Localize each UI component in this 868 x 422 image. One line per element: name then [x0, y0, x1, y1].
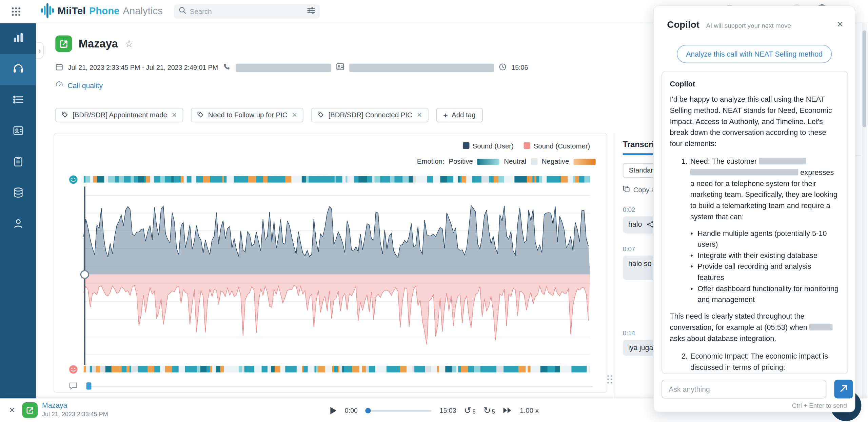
call-quality-link[interactable]: Call quality: [67, 81, 103, 89]
total-time: 15:03: [440, 406, 456, 414]
redacted-contact-name: [349, 63, 494, 72]
playback-speed-button[interactable]: 1.00 x: [520, 406, 539, 414]
outbound-call-icon: [55, 35, 72, 52]
gauge-icon: [55, 80, 63, 90]
seek-slider[interactable]: [366, 407, 432, 414]
message-paragraph: This need is clearly stated throughout t…: [670, 311, 840, 344]
sidebar-item-users[interactable]: [0, 209, 36, 240]
sidebar-item-reports[interactable]: [0, 147, 36, 178]
tag-icon: [197, 111, 204, 119]
tag-label: [BDR/SDR] Appointment made: [73, 111, 167, 119]
panel-resize-handle[interactable]: [607, 375, 613, 383]
plus-icon: +: [443, 111, 448, 120]
redacted-text: [809, 324, 833, 330]
copilot-close-icon[interactable]: ✕: [837, 19, 844, 29]
seek-track: [366, 410, 432, 411]
brand-suffix: Analytics: [123, 5, 163, 17]
message-sender: Copilot: [670, 79, 840, 90]
tags-row: [BDR/SDR] Appointment made ✕ Need to Fol…: [55, 108, 482, 122]
message-text: expresses a need for a telephone system …: [690, 168, 837, 221]
copilot-panel: Copilot AI will support your next move ✕…: [653, 5, 855, 412]
send-hint: Ctrl + Enter to send: [792, 402, 847, 409]
bullet-item: Provide call recording and analysis feat…: [690, 261, 840, 283]
clipboard-icon: [12, 156, 24, 170]
redacted-text: [690, 169, 798, 176]
star-icon[interactable]: ☆: [125, 38, 134, 50]
emotion-positive-label: Positive: [449, 158, 473, 165]
customer-swatch: [524, 142, 530, 149]
transcript-text: iya juga: [628, 344, 653, 352]
bullet-item: Offer dashboard functionality for monito…: [690, 283, 840, 305]
waveform-chart[interactable]: [84, 186, 590, 365]
fast-forward-button[interactable]: [503, 407, 512, 414]
customer-emotion-smiley-icon: [68, 365, 78, 376]
add-tag-label: Add tag: [452, 111, 475, 119]
message-list-item: 1. Need: The customer expresses a need f…: [670, 156, 840, 305]
comment-icon: [68, 381, 77, 393]
copy-icon: [623, 185, 630, 194]
rotate-ccw-icon: ↺: [464, 405, 471, 416]
player-close-icon[interactable]: ✕: [9, 406, 15, 415]
playhead-handle[interactable]: [81, 270, 88, 278]
emotion-negative-label: Negative: [542, 158, 569, 165]
sidebar-expand-handle[interactable]: ›: [36, 42, 44, 59]
copilot-input[interactable]: [662, 380, 827, 399]
scrollbar-thumb[interactable]: [863, 31, 866, 127]
user-emotion-smiley-icon: [68, 175, 78, 186]
neutral-swatch: [531, 158, 537, 165]
negative-gradient-swatch: [573, 159, 595, 165]
tag-icon: [61, 111, 68, 119]
suggestion-chip[interactable]: Analyze this call with NEAT Selling meth…: [676, 45, 832, 63]
sound-legend: Sound (User) Sound (Customer): [462, 142, 590, 150]
message-list-item: 2. Economic Impact: The economic impact …: [670, 351, 840, 373]
message-text: This need is clearly stated throughout t…: [670, 312, 807, 331]
tag-pill: [BDR/SDR] Appointment made ✕: [55, 108, 183, 122]
user-icon: [12, 218, 24, 232]
positive-gradient-swatch: [477, 159, 499, 165]
tag-remove-icon[interactable]: ✕: [292, 111, 297, 119]
headset-icon: [12, 62, 24, 77]
emotion-neutral-label: Neutral: [504, 158, 526, 165]
phone-icon: [223, 63, 231, 72]
seek-handle[interactable]: [366, 407, 371, 413]
sidebar-item-analytics[interactable]: [0, 23, 36, 54]
brand-product: Phone: [89, 5, 120, 17]
list-icon: [12, 94, 24, 108]
comment-timeline[interactable]: [86, 386, 593, 387]
transcript-text: halo: [628, 220, 642, 228]
player-call-link[interactable]: Mazaya: [42, 401, 67, 409]
play-button[interactable]: [329, 406, 337, 415]
emotion-legend: Emotion: Positive Neutral Negative: [417, 158, 596, 165]
call-meta-row: Jul 21, 2023 2:33:45 PM - Jul 21, 2023 2…: [55, 62, 528, 72]
current-time: 0:00: [345, 406, 358, 414]
comment-marker[interactable]: [86, 382, 92, 389]
sidebar-item-calls[interactable]: [0, 54, 36, 85]
tag-remove-icon[interactable]: ✕: [417, 111, 422, 119]
copilot-send-button[interactable]: [834, 380, 853, 399]
search-input[interactable]: [190, 7, 303, 15]
apps-grid-icon[interactable]: [11, 6, 21, 16]
search-filter-icon[interactable]: [307, 6, 315, 17]
skip-back-button[interactable]: ↺5: [464, 405, 475, 416]
share-icon[interactable]: [646, 221, 653, 229]
sidebar-item-storage[interactable]: [0, 178, 36, 209]
copilot-subtitle: AI will support your next move: [706, 22, 791, 29]
legend-customer: Sound (Customer): [524, 142, 590, 150]
list-number: 1.: [682, 156, 688, 167]
brand-name: MiiTel: [58, 5, 86, 17]
app-logo[interactable]: MiiTel Phone Analytics: [41, 3, 163, 20]
sidebar-item-call-list[interactable]: [0, 85, 36, 116]
user-emotion-strip[interactable]: [84, 176, 590, 183]
add-tag-button[interactable]: + Add tag: [436, 108, 483, 122]
page-scrollbar: [862, 23, 867, 399]
sidebar-item-contacts[interactable]: [0, 116, 36, 147]
sidebar: [0, 23, 36, 399]
page-title: Mazaya: [79, 37, 118, 50]
logo-bars-icon: [41, 3, 54, 20]
customer-emotion-strip[interactable]: [84, 366, 590, 373]
calendar-icon: [55, 63, 63, 72]
skip-forward-button[interactable]: ↻5: [484, 405, 495, 416]
tag-icon: [317, 111, 324, 119]
transcript-text: halo so: [628, 260, 651, 268]
tag-remove-icon[interactable]: ✕: [172, 111, 177, 119]
